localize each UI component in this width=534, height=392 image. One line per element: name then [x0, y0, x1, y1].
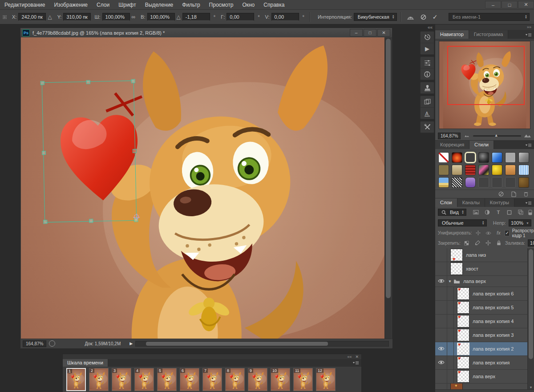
layer-thumbnail[interactable]: [450, 263, 463, 275]
timeline-frame-3[interactable]: 30 с.▼: [112, 368, 131, 392]
character-styles-icon[interactable]: A: [421, 108, 434, 119]
layers-scrollbar[interactable]: ▼: [527, 248, 534, 389]
actions-play-icon[interactable]: ▶: [421, 43, 434, 54]
interpolation-select[interactable]: Бикубическая ▲▼: [354, 13, 397, 21]
visibility-toggle[interactable]: [435, 262, 447, 275]
navigator-zoom-field[interactable]: 164,87%: [438, 133, 461, 139]
transform-handle-n[interactable]: [86, 80, 90, 84]
transform-handle-sw[interactable]: [43, 220, 47, 224]
transform-handle-ne[interactable]: [131, 79, 135, 83]
lock-position-button[interactable]: [485, 240, 492, 246]
style-swatch-landscape[interactable]: [438, 177, 449, 188]
shape-filter-button[interactable]: [506, 210, 513, 215]
propagate-checkbox[interactable]: ✓: [505, 230, 509, 236]
layer-row[interactable]: ♥лапа верх копия 5: [435, 301, 534, 315]
frame-thumbnail[interactable]: 10: [271, 368, 290, 391]
zoom-out-icon[interactable]: [463, 134, 470, 137]
style-swatch-purple[interactable]: [465, 177, 476, 188]
layer-thumbnail[interactable]: ✦: [450, 384, 463, 389]
frame-thumbnail[interactable]: 9: [248, 368, 267, 391]
timeline-frame-2[interactable]: 20 с.▼: [89, 368, 109, 392]
timeline-frame-11[interactable]: 110 с.▼: [293, 368, 313, 392]
device-preview-icon[interactable]: [421, 57, 434, 69]
doc-maximize-button[interactable]: □: [364, 29, 376, 36]
y-input[interactable]: 310,00 пк: [63, 13, 91, 21]
delete-style-button[interactable]: [522, 191, 530, 197]
maximize-button[interactable]: □: [502, 1, 518, 8]
style-swatch-dark-texture[interactable]: [478, 152, 489, 163]
fill-select[interactable]: 100%▼: [528, 239, 534, 247]
visibility-toggle[interactable]: [435, 248, 447, 262]
tab-layers[interactable]: Слои: [435, 198, 457, 207]
visibility-toggle[interactable]: [435, 356, 447, 369]
frame-thumbnail[interactable]: 3: [112, 368, 131, 391]
transform-handle-e[interactable]: [133, 149, 137, 153]
menu-8[interactable]: Окно: [238, 1, 259, 9]
timeline-panel-menu[interactable]: [352, 361, 361, 367]
style-swatch-yellow-glass[interactable]: [492, 165, 502, 175]
layer-row[interactable]: ♥лапа верх копия 6: [435, 287, 534, 301]
opacity-select[interactable]: 100%▼: [509, 219, 531, 226]
style-swatch-multicolor[interactable]: [478, 165, 489, 175]
layers-scrollbar-thumb[interactable]: [529, 249, 533, 359]
navigator-view-rectangle[interactable]: [447, 46, 524, 105]
style-swatch-empty-1[interactable]: [478, 177, 489, 188]
visibility-toggle[interactable]: [435, 328, 447, 342]
tab-timeline[interactable]: Шкала времени: [63, 359, 108, 367]
timeline-frame-12[interactable]: 120 с.▼: [316, 368, 336, 392]
clone-source-icon[interactable]: [421, 82, 434, 93]
frame-thumbnail[interactable]: 11: [293, 368, 313, 391]
collapse-dock-button[interactable]: »»: [435, 24, 534, 30]
status-menu-button[interactable]: ▶: [129, 341, 133, 346]
menu-5[interactable]: Выделение: [141, 1, 178, 9]
timeline-frame-8[interactable]: 80 с.▼: [225, 368, 245, 392]
style-swatch-no-style[interactable]: [438, 152, 449, 163]
frame-thumbnail[interactable]: 4: [134, 368, 154, 391]
navigator-preview[interactable]: [439, 41, 530, 129]
transform-handle-w[interactable]: [42, 151, 46, 155]
frame-thumbnail[interactable]: 6: [180, 368, 199, 391]
timeline-collapse-button[interactable]: ««: [347, 355, 352, 359]
styles-panel-menu[interactable]: [525, 143, 534, 149]
doc-close-button[interactable]: ✕: [377, 29, 390, 36]
menu-6[interactable]: Фильтр: [178, 1, 204, 9]
unify-position-button[interactable]: [474, 230, 481, 235]
unify-style-button[interactable]: fx: [495, 230, 502, 235]
layer-row[interactable]: хвост: [435, 262, 534, 276]
layer-row[interactable]: ♥лапа низ: [435, 248, 534, 262]
layer-group-row[interactable]: ▼лапа верх: [435, 276, 534, 287]
style-swatch-blue-glass[interactable]: [492, 152, 502, 163]
visibility-toggle[interactable]: [435, 384, 447, 389]
clear-style-button[interactable]: [498, 191, 505, 197]
scroll-down-arrow[interactable]: ▼: [528, 386, 534, 389]
timeline-frame-10[interactable]: 100 с.▼: [271, 368, 290, 392]
style-swatch-flat-gray[interactable]: [505, 152, 516, 163]
visibility-toggle[interactable]: [435, 276, 447, 287]
visibility-toggle[interactable]: [435, 370, 447, 383]
vskew-input[interactable]: 0,00: [271, 13, 299, 21]
style-swatch-orange-gradient[interactable]: [505, 165, 516, 175]
style-swatch-empty-2[interactable]: [492, 177, 502, 188]
timeline-frame-6[interactable]: 60 с.▼: [180, 368, 199, 392]
frame-thumbnail[interactable]: 8: [225, 368, 245, 391]
close-button[interactable]: ✕: [518, 1, 534, 8]
style-swatch-rounded-outline[interactable]: [465, 152, 476, 163]
adjust-filter-button[interactable]: [484, 210, 491, 215]
menu-7[interactable]: Просмотр: [205, 1, 238, 9]
blend-mode-select[interactable]: Обычные ▲▼: [438, 219, 487, 226]
horizontal-scrollbar-thumb[interactable]: [146, 342, 328, 346]
document-title-bar[interactable]: Ps f_4e779b88cdabf.jpg @ 165% (лапа верх…: [20, 28, 392, 38]
link-dimensions-icon[interactable]: ∞: [132, 14, 136, 20]
style-swatch-beige-gradient[interactable]: [452, 165, 462, 175]
visibility-toggle[interactable]: [435, 301, 447, 314]
layer-row[interactable]: ♥лапа верх: [435, 370, 534, 384]
zoom-slider-thumb[interactable]: ▲: [494, 133, 498, 137]
new-style-button[interactable]: [510, 191, 517, 197]
menu-3[interactable]: Слои: [92, 1, 114, 9]
navigator-panel-menu[interactable]: [525, 33, 534, 39]
zoom-level-field[interactable]: 164,87%: [23, 340, 46, 347]
horizontal-scrollbar[interactable]: [135, 341, 389, 347]
menu-2[interactable]: Изображение: [49, 1, 92, 9]
tab-histogram[interactable]: Гистограмма: [469, 30, 509, 39]
reference-point-icon[interactable]: [3, 15, 7, 19]
